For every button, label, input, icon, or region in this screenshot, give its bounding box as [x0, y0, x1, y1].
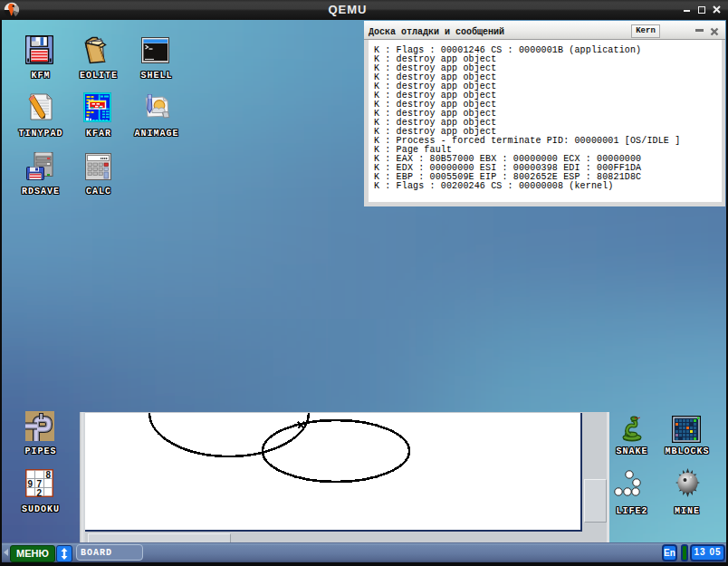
- svg-text:8: 8: [46, 470, 52, 480]
- svg-text:2: 2: [37, 488, 43, 498]
- svg-text:9: 9: [28, 479, 34, 489]
